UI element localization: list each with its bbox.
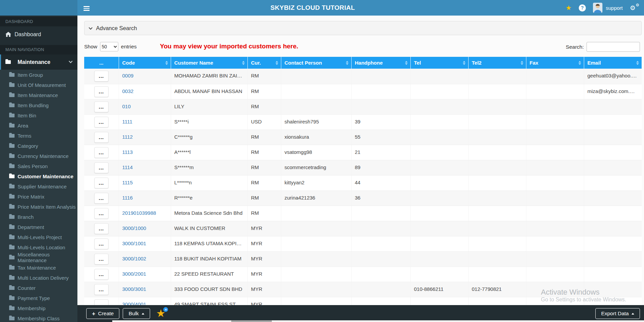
sidebar-item-miscellaneous-maintenance[interactable]: Miscellaneous Maintenance	[0, 252, 77, 262]
row-actions-button[interactable]: ...	[94, 101, 109, 112]
customer-code-link[interactable]: 3000/1000	[122, 225, 146, 231]
customer-code-link[interactable]: 3000/2001	[122, 271, 146, 277]
logo-area[interactable]	[0, 0, 77, 16]
customer-code-link[interactable]: 0009	[122, 73, 134, 78]
sidebar-item-branch[interactable]: Branch	[0, 212, 77, 222]
row-actions-button[interactable]: ...	[94, 238, 109, 249]
sidebar-item-multi-levels-project[interactable]: Multi-Levels Project	[0, 232, 77, 242]
customer-code-link[interactable]: 1113	[122, 149, 133, 155]
sidebar-item-sales-person[interactable]: Sales Person	[0, 161, 77, 171]
activate-windows-watermark: Activate Windows Go to Settings to activ…	[541, 288, 626, 303]
column-header-tel2[interactable]: Tel2	[468, 57, 526, 69]
cell-email	[584, 160, 642, 175]
column-header-tel[interactable]: Tel	[410, 57, 468, 69]
sidebar-item-terms[interactable]: Terms	[0, 131, 77, 141]
row-actions-button[interactable]: ...	[94, 132, 109, 143]
customer-code-link[interactable]: 1116	[122, 195, 133, 201]
advance-search-panel[interactable]: Advance Search	[84, 21, 642, 35]
create-button[interactable]: + Create	[86, 308, 119, 319]
sidebar-item-currency-maintenance[interactable]: Currency Maintenance	[0, 151, 77, 161]
row-actions-button[interactable]: ...	[94, 208, 109, 219]
favorites-icon[interactable]: ★	[566, 4, 572, 12]
sidebar-item-counter[interactable]: Counter	[0, 283, 77, 293]
sidebar-item-tax-maintenance[interactable]: Tax Maintenance	[0, 262, 77, 273]
customer-code-link[interactable]: 201901039988	[122, 210, 156, 216]
sidebar-item-item-maintenance[interactable]: Item Maintenance	[0, 90, 77, 100]
page-title: SKYBIZ CLOUD TUTORIAL	[270, 0, 355, 16]
sidebar-toggle-button[interactable]	[82, 4, 91, 12]
sidebar-item-payment-type[interactable]: Payment Type	[0, 293, 77, 303]
sidebar-item-price-matrix[interactable]: Price Matrix	[0, 191, 77, 202]
scrollbar-thumb[interactable]	[231, 320, 272, 322]
row-actions-button[interactable]: ...	[94, 162, 109, 173]
sidebar-item-multi-levels-location[interactable]: Multi-Levels Location	[0, 242, 77, 252]
cell-actions: ...	[84, 221, 119, 236]
sidebar-item-area[interactable]: Area	[0, 120, 77, 131]
help-icon[interactable]: ?	[579, 4, 586, 12]
app-window: SKYBIZ CLOUD TUTORIAL ★ ? support ⚙⚙ DAS…	[0, 0, 644, 322]
sidebar-item-item-bin[interactable]: Item Bin	[0, 110, 77, 120]
row-actions-button[interactable]: ...	[94, 117, 109, 128]
sort-icon	[405, 61, 408, 65]
sidebar-item-item-bundling[interactable]: Item Bundling	[0, 100, 77, 110]
sidebar-item-label: Dashboard	[15, 31, 41, 38]
search-input[interactable]	[587, 42, 640, 52]
customer-code-link[interactable]: 1111	[122, 119, 133, 124]
customer-code-link[interactable]: 1112	[122, 134, 133, 140]
cell-email	[584, 190, 642, 206]
sidebar-item-label: Price Matrix Item Analysis	[18, 204, 76, 210]
column-header-email[interactable]: Email	[584, 57, 642, 69]
column-header-fax[interactable]: Fax	[526, 57, 584, 69]
column-label: Email	[588, 60, 601, 66]
sidebar-item-label: Membership	[18, 305, 46, 311]
sidebar-item-department[interactable]: Department	[0, 222, 77, 232]
sidebar-item-item-group[interactable]: Item Group	[0, 70, 77, 80]
sidebar-item-supplier-maintenance[interactable]: Supplier Maintenance	[0, 181, 77, 191]
table-row: ...0009MOHAMAD ZAMRI BIN ZAIDONRMgeehuat…	[84, 69, 642, 84]
customer-code-link[interactable]: 1114	[122, 164, 133, 170]
sidebar-item-label: Membership Class	[18, 316, 59, 321]
page-length-select[interactable]: 50	[100, 42, 118, 51]
column-header-cur[interactable]: Cur.	[247, 57, 281, 69]
customer-code-link[interactable]: 0032	[122, 88, 134, 94]
customer-code-link[interactable]: 010	[122, 104, 131, 109]
customer-code-link[interactable]: 1115	[122, 180, 133, 185]
user-menu[interactable]: support	[593, 3, 623, 13]
row-actions-button[interactable]: ...	[94, 269, 109, 280]
sidebar-item-maintenance[interactable]: Maintenance	[0, 54, 77, 70]
sidebar-item-price-matrix-item-analysis[interactable]: Price Matrix Item Analysis	[0, 202, 77, 212]
sidebar-item-multi-location-delivery[interactable]: Multi Location Delivery	[0, 273, 77, 283]
row-actions-button[interactable]: ...	[94, 86, 109, 97]
customer-code-link[interactable]: 3000/1001	[122, 240, 146, 246]
row-actions-button[interactable]: ...	[94, 71, 109, 82]
customer-code-link[interactable]: 3000/3001	[122, 286, 146, 292]
row-actions-button[interactable]: ...	[94, 178, 109, 188]
table-row: ...1111S*****iUSDshaleniresh79539	[84, 114, 642, 130]
sidebar-item-category[interactable]: Category	[0, 141, 77, 151]
column-header-handphone[interactable]: Handphone	[351, 57, 410, 69]
customer-code-link[interactable]: 3000/1002	[122, 256, 146, 261]
row-actions-button[interactable]: ...	[94, 223, 109, 234]
row-actions-button[interactable]: ...	[94, 147, 109, 158]
horizontal-scrollbar[interactable]	[112, 320, 644, 322]
column-header-contact-person[interactable]: Contact Person	[281, 57, 351, 69]
export-data-button[interactable]: Export Data	[595, 308, 640, 319]
row-actions-button[interactable]: ...	[94, 254, 109, 264]
favorite-add-icon[interactable]: ★ +	[156, 308, 166, 319]
sidebar-item-dashboard[interactable]: Dashboard	[0, 26, 77, 42]
sidebar-item-customer-maintenance[interactable]: Customer Maintenance	[0, 171, 77, 181]
cell-actions: ...	[84, 145, 119, 160]
column-header-code[interactable]: Code	[119, 57, 171, 69]
sidebar-item-membership[interactable]: Membership	[0, 303, 77, 313]
sidebar-item-label: Department	[18, 224, 44, 230]
sidebar-item-membership-class[interactable]: Membership Class	[0, 313, 77, 322]
bulk-button[interactable]: Bulk	[123, 308, 150, 319]
sort-icon	[636, 61, 639, 65]
settings-gears-icon[interactable]: ⚙⚙	[630, 4, 639, 12]
row-actions-button[interactable]: ...	[94, 284, 109, 295]
cell-tel2	[468, 69, 526, 84]
sidebar-item-unit-of-measurement[interactable]: Unit Of Measurement	[0, 80, 77, 90]
cell-contact	[281, 236, 351, 251]
row-actions-button[interactable]: ...	[94, 193, 109, 204]
column-header-customer-name[interactable]: Customer Name	[171, 57, 247, 69]
